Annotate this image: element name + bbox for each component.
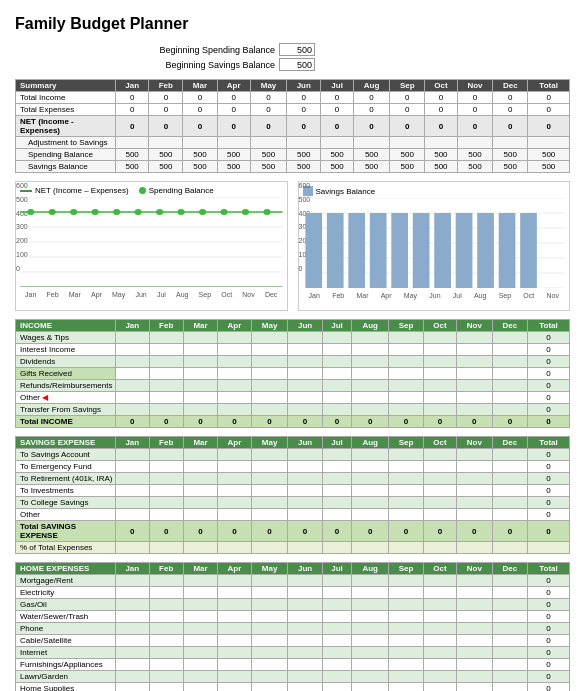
income-header-row: INCOME JanFebMarAprMayJunJulAugSepOctNov…	[16, 320, 570, 332]
table-row: Interest Income 0	[16, 344, 570, 356]
svg-point-9	[49, 209, 56, 215]
summary-col-jun: Jun	[287, 80, 321, 92]
table-row: Spending Balance 50050050050050050050050…	[16, 149, 570, 161]
right-chart-title: Savings Balance	[303, 186, 566, 196]
total-savings-label: Total SAVINGS EXPENSE	[16, 521, 116, 542]
left-chart-area: 600 500 400 300 200 100 0	[20, 197, 283, 298]
row-label: Furnishings/Appliances	[16, 659, 116, 671]
row-label: Home Supplies	[16, 683, 116, 692]
row-label: Adjustment to Savings	[16, 137, 116, 149]
row-label: Mortgage/Rent	[16, 575, 116, 587]
table-row: Mortgage/Rent 0	[16, 575, 570, 587]
table-row: To Investments 0	[16, 485, 570, 497]
total-savings-row: Total SAVINGS EXPENSE 0000000000000	[16, 521, 570, 542]
row-label: Electricity	[16, 587, 116, 599]
table-row: Furnishings/Appliances 0	[16, 659, 570, 671]
spending-balance-input[interactable]	[279, 43, 315, 56]
table-row: Wages & Tips 0	[16, 332, 570, 344]
row-label: Refunds/Reimbursements	[16, 380, 116, 392]
table-row: Total Expenses 0000000000000	[16, 104, 570, 116]
row-label: Total Income	[16, 92, 116, 104]
table-row: Savings Balance 500500500500500500500500…	[16, 161, 570, 173]
row-label: Phone	[16, 623, 116, 635]
summary-col-may: May	[250, 80, 286, 92]
spending-legend-label: Spending Balance	[149, 186, 214, 195]
pct-label: % of Total Expenses	[16, 542, 116, 554]
row-label: To Savings Account	[16, 449, 116, 461]
row-label: Gas/Oil	[16, 599, 116, 611]
summary-col-aug: Aug	[353, 80, 389, 92]
summary-col-total: Total	[528, 80, 570, 92]
savings-legend-label: Savings Balance	[316, 187, 376, 196]
table-row: Internet 0	[16, 647, 570, 659]
charts-section: NET (Income – Expenses) Spending Balance…	[15, 181, 570, 311]
summary-col-sep: Sep	[390, 80, 425, 92]
summary-col-nov: Nov	[457, 80, 493, 92]
left-chart-svg	[20, 197, 283, 287]
right-chart-area: 600 500 400 300 200 100 0	[303, 198, 566, 299]
row-label: Dividends	[16, 356, 116, 368]
table-row: Home Supplies 0	[16, 683, 570, 692]
table-row: NET (Income - Expenses) 0000000000000	[16, 116, 570, 137]
svg-point-13	[135, 209, 142, 215]
svg-rect-31	[369, 213, 386, 288]
row-label: Total Expenses	[16, 104, 116, 116]
svg-rect-32	[391, 213, 408, 288]
row-label: Cable/Satellite	[16, 635, 116, 647]
table-row: Lawn/Garden 0	[16, 671, 570, 683]
table-row: Adjustment to Savings	[16, 137, 570, 149]
savings-header-row: SAVINGS EXPENSE JanFebMarAprMayJunJulAug…	[16, 437, 570, 449]
table-row: Transfer From Savings 0	[16, 404, 570, 416]
svg-point-8	[27, 209, 34, 215]
home-header-row: HOME EXPENSES JanFebMarAprMayJunJulAugSe…	[16, 563, 570, 575]
summary-col-jan: Jan	[116, 80, 149, 92]
svg-rect-34	[434, 213, 451, 288]
summary-header-row: Summary Jan Feb Mar Apr May Jun Jul Aug …	[16, 80, 570, 92]
row-label: To Retirement (401k, IRA)	[16, 473, 116, 485]
svg-point-11	[92, 209, 99, 215]
summary-col-label: Summary	[16, 80, 116, 92]
table-row: Cable/Satellite 0	[16, 635, 570, 647]
row-label: Water/Sewer/Trash	[16, 611, 116, 623]
row-label: Other	[16, 509, 116, 521]
row-label: To Investments	[16, 485, 116, 497]
summary-col-apr: Apr	[217, 80, 250, 92]
home-col-label: HOME EXPENSES	[16, 563, 116, 575]
net-legend-label: NET (Income – Expenses)	[35, 186, 129, 195]
svg-point-12	[113, 209, 120, 215]
svg-rect-38	[520, 213, 537, 288]
income-table: INCOME JanFebMarAprMayJunJulAugSepOctNov…	[15, 319, 570, 428]
right-chart-svg	[303, 198, 566, 288]
pct-row: % of Total Expenses	[16, 542, 570, 554]
svg-rect-30	[348, 213, 365, 288]
svg-rect-33	[412, 213, 429, 288]
svg-point-18	[242, 209, 249, 215]
table-row: Refunds/Reimbursements 0	[16, 380, 570, 392]
row-label: Internet	[16, 647, 116, 659]
page-title: Family Budget Planner	[15, 15, 570, 33]
row-label: To College Savings	[16, 497, 116, 509]
left-chart-title: NET (Income – Expenses) Spending Balance	[20, 186, 283, 195]
spending-balance-row: Beginning Spending Balance	[135, 43, 570, 56]
table-row: Other ◀ 0	[16, 392, 570, 404]
svg-point-16	[199, 209, 206, 215]
row-label: Savings Balance	[16, 161, 116, 173]
left-chart-svg-area: JanFebMarAprMayJunJulAugSepOctNovDec	[20, 197, 283, 298]
row-label: Interest Income	[16, 344, 116, 356]
balance-section: Beginning Spending Balance Beginning Sav…	[135, 43, 570, 71]
summary-col-mar: Mar	[183, 80, 217, 92]
income-col-label: INCOME	[16, 320, 116, 332]
svg-rect-36	[477, 213, 494, 288]
total-income-row: Total INCOME 0000000000000	[16, 416, 570, 428]
total-income-label: Total INCOME	[16, 416, 116, 428]
savings-balance-input[interactable]	[279, 58, 315, 71]
right-x-axis: JanFebMarAprMayJunJulAugSepOctNov	[303, 292, 566, 299]
table-row: To Retirement (401k, IRA) 0	[16, 473, 570, 485]
savings-balance-label: Beginning Savings Balance	[135, 60, 275, 70]
table-row: Gifts Received 0	[16, 368, 570, 380]
svg-point-17	[220, 209, 227, 215]
row-label: Wages & Tips	[16, 332, 116, 344]
table-row: Phone 0	[16, 623, 570, 635]
svg-rect-37	[498, 213, 515, 288]
row-label: Spending Balance	[16, 149, 116, 161]
